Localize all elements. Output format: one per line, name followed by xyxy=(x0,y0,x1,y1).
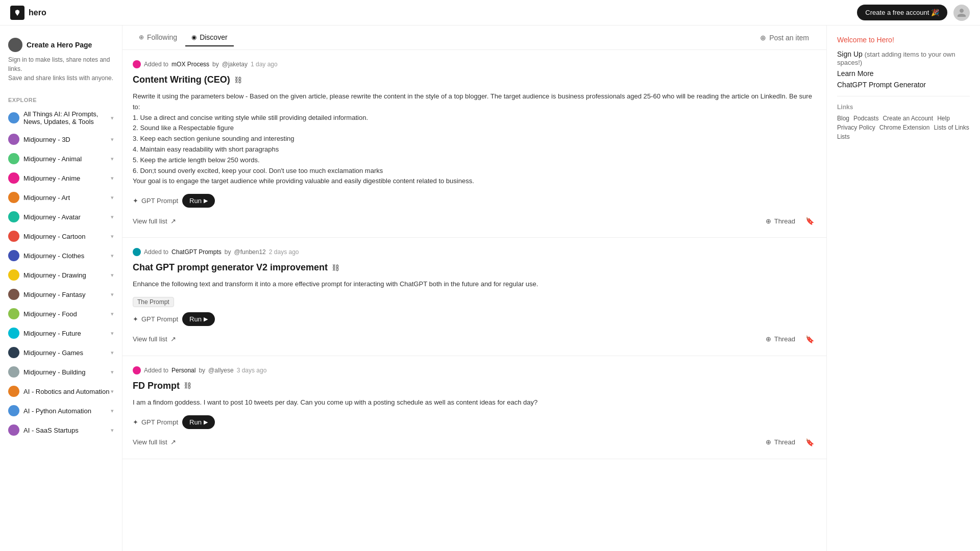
feed-list-name-1[interactable]: mOX Process xyxy=(172,61,209,68)
sidebar-item-midjourney-animal[interactable]: Midjourney - Animal ▾ xyxy=(0,149,122,168)
links-privacy[interactable]: Privacy Policy xyxy=(837,124,875,131)
run-arrow-2: ▶ xyxy=(204,316,208,322)
links-lists-of-links[interactable]: Lists of Links xyxy=(934,124,969,131)
sidebar-item-label-15: AI - Python Automation xyxy=(23,407,91,415)
feed-list-name-3[interactable]: Personal xyxy=(172,367,195,374)
sidebar-item-midjourney-art[interactable]: Midjourney - Art ▾ xyxy=(0,188,122,207)
chevron-down-icon: ▾ xyxy=(111,136,114,143)
links-label: Links xyxy=(837,104,970,111)
chevron-down-icon: ▾ xyxy=(111,233,114,240)
create-account-button[interactable]: Create a free account 🎉 xyxy=(857,5,947,20)
post-item-label: Post an item xyxy=(769,34,809,42)
tab-discover[interactable]: ◉ Discover xyxy=(185,29,233,46)
chevron-down-icon: ▾ xyxy=(111,291,114,298)
gpt-prompt-label-2: ✦ GPT Prompt xyxy=(133,315,178,323)
sidebar-avatar-16 xyxy=(8,424,19,436)
thread-icon-2: ⊕ xyxy=(766,335,771,343)
sidebar-item-label-11: Midjourney - Future xyxy=(23,330,81,337)
chevron-down-icon: ▾ xyxy=(111,311,114,317)
feed-title-text-1: Content Writing (CEO) xyxy=(133,74,230,85)
thread-button-3[interactable]: ⊕ Thread xyxy=(762,436,799,448)
content-area: ⊕ Following ◉ Discover ⊕ Post an item Ad… xyxy=(122,26,827,551)
logo-text: hero xyxy=(29,8,46,17)
sidebar-item-midjourney-games[interactable]: Midjourney - Games ▾ xyxy=(0,343,122,362)
gpt-prompt-text-1: GPT Prompt xyxy=(141,197,178,205)
added-to-text-1: Added to xyxy=(144,61,168,68)
sidebar-item-ai-robotics[interactable]: AI - Robotics and Automation ▾ xyxy=(0,382,122,401)
chevron-down-icon: ▾ xyxy=(111,175,114,182)
sidebar-avatar-12 xyxy=(8,347,19,358)
sign-up-link[interactable]: Sign Up (start adding items to your own … xyxy=(837,50,970,66)
links-lists[interactable]: Lists xyxy=(837,133,850,140)
following-icon: ⊕ xyxy=(139,34,144,41)
feed-dot-1 xyxy=(133,60,141,68)
tabs-left: ⊕ Following ◉ Discover xyxy=(133,29,234,46)
footer-actions-2: ⊕ Thread 🔖 xyxy=(762,333,816,345)
thread-button-2[interactable]: ⊕ Thread xyxy=(762,333,799,345)
explore-label: Explore xyxy=(0,91,122,106)
tab-following[interactable]: ⊕ Following xyxy=(133,29,183,46)
content-tabs: ⊕ Following ◉ Discover ⊕ Post an item xyxy=(122,26,826,50)
sidebar-item-midjourney-3d[interactable]: Midjourney - 3D ▾ xyxy=(0,130,122,149)
view-full-list-2[interactable]: View full list ↗ xyxy=(133,335,176,343)
gpt-prompt-label-1: ✦ GPT Prompt xyxy=(133,197,178,205)
feed-title-text-3: FD Prompt xyxy=(133,381,180,391)
links-chrome-extension[interactable]: Chrome Extension xyxy=(879,124,930,131)
post-item-button[interactable]: ⊕ Post an item xyxy=(753,30,816,46)
sidebar-item-midjourney-anime[interactable]: Midjourney - Anime ▾ xyxy=(0,168,122,188)
links-row: Blog Podcasts Create an Account Help Pri… xyxy=(837,115,970,140)
view-full-list-3[interactable]: View full list ↗ xyxy=(133,438,176,446)
bookmark-button-2[interactable]: 🔖 xyxy=(803,333,816,345)
topbar: hero Create a free account 🎉 xyxy=(0,0,980,26)
sidebar-item-ai-python[interactable]: AI - Python Automation ▾ xyxy=(0,401,122,420)
sidebar-item-midjourney-building[interactable]: Midjourney - Building ▾ xyxy=(0,362,122,382)
tag-container-2: The Prompt xyxy=(133,297,816,307)
sidebar-item-label-4: Midjourney - Art xyxy=(23,194,70,202)
bookmark-button-1[interactable]: 🔖 xyxy=(803,215,816,227)
sidebar-avatar-6 xyxy=(8,231,19,242)
feed-meta-3: Added to Personal by @allyese 3 days ago xyxy=(133,366,816,374)
sidebar-item-midjourney-fantasy[interactable]: Midjourney - Fantasy ▾ xyxy=(0,285,122,304)
chevron-down-icon: ▾ xyxy=(111,214,114,220)
action-row-3: ✦ GPT Prompt Run ▶ xyxy=(133,415,816,429)
links-podcasts[interactable]: Podcasts xyxy=(853,115,878,122)
bookmark-button-3[interactable]: 🔖 xyxy=(803,436,816,448)
tab-discover-label: Discover xyxy=(200,33,227,41)
run-arrow-1: ▶ xyxy=(204,197,208,204)
create-hero-header: Create a Hero Page xyxy=(8,38,114,52)
avatar[interactable] xyxy=(953,5,970,21)
by-text-3: by xyxy=(199,367,205,374)
learn-more-link[interactable]: Learn More xyxy=(837,69,970,78)
sidebar-item-label-5: Midjourney - Avatar xyxy=(23,213,81,221)
by-text-2: by xyxy=(225,248,231,256)
view-full-list-1[interactable]: View full list ↗ xyxy=(133,217,176,225)
sidebar-avatar-10 xyxy=(8,308,19,319)
sidebar-item-midjourney-avatar[interactable]: Midjourney - Avatar ▾ xyxy=(0,207,122,227)
chevron-down-icon: ▾ xyxy=(111,427,114,434)
feed-list-name-2[interactable]: ChatGPT Prompts xyxy=(172,248,222,256)
run-button-1[interactable]: Run ▶ xyxy=(182,194,215,208)
feed-footer-1: View full list ↗ ⊕ Thread 🔖 xyxy=(133,215,816,227)
chevron-down-icon: ▾ xyxy=(111,115,114,121)
thread-button-1[interactable]: ⊕ Thread xyxy=(762,215,799,227)
chatgpt-prompt-link[interactable]: ChatGPT Prompt Generator xyxy=(837,81,970,89)
thread-label-1: Thread xyxy=(774,217,795,225)
sidebar-item-midjourney-cartoon[interactable]: Midjourney - Cartoon ▾ xyxy=(0,227,122,246)
view-full-list-text-2: View full list xyxy=(133,335,167,343)
links-help[interactable]: Help xyxy=(937,115,950,122)
sidebar-item-ai-saas[interactable]: AI - SaaS Startups ▾ xyxy=(0,420,122,440)
chevron-down-icon: ▾ xyxy=(111,369,114,375)
sidebar-item-midjourney-food[interactable]: Midjourney - Food ▾ xyxy=(0,304,122,323)
feed-time-3: 3 days ago xyxy=(237,367,267,374)
links-create-account[interactable]: Create an Account xyxy=(883,115,933,122)
plus-icon: ⊕ xyxy=(760,34,766,42)
run-button-2[interactable]: Run ▶ xyxy=(182,312,215,326)
sidebar-item-midjourney-future[interactable]: Midjourney - Future ▾ xyxy=(0,323,122,343)
sidebar-item-midjourney-drawing[interactable]: Midjourney - Drawing ▾ xyxy=(0,265,122,285)
chevron-down-icon: ▾ xyxy=(111,156,114,162)
sidebar-item-midjourney-clothes[interactable]: Midjourney - Clothes ▾ xyxy=(0,246,122,265)
run-button-3[interactable]: Run ▶ xyxy=(182,415,215,429)
chevron-down-icon: ▾ xyxy=(111,330,114,337)
sidebar-item-all-ai[interactable]: All Things AI: AI Prompts, News, Updates… xyxy=(0,106,122,130)
links-blog[interactable]: Blog xyxy=(837,115,849,122)
